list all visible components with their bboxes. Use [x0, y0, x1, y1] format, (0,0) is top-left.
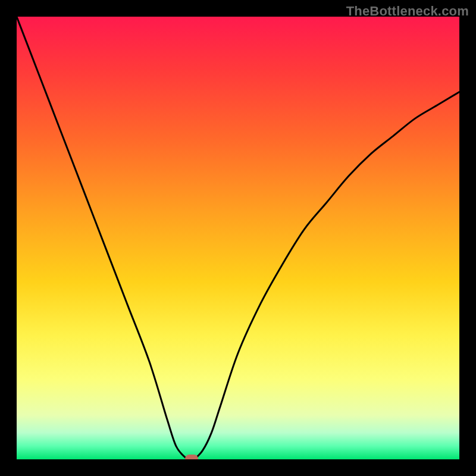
- bottleneck-curve: [17, 17, 459, 459]
- plot-area: [17, 17, 459, 459]
- optimal-point-marker: [185, 455, 198, 460]
- curve-svg: [17, 17, 459, 459]
- chart-frame: TheBottleneck.com: [0, 0, 476, 476]
